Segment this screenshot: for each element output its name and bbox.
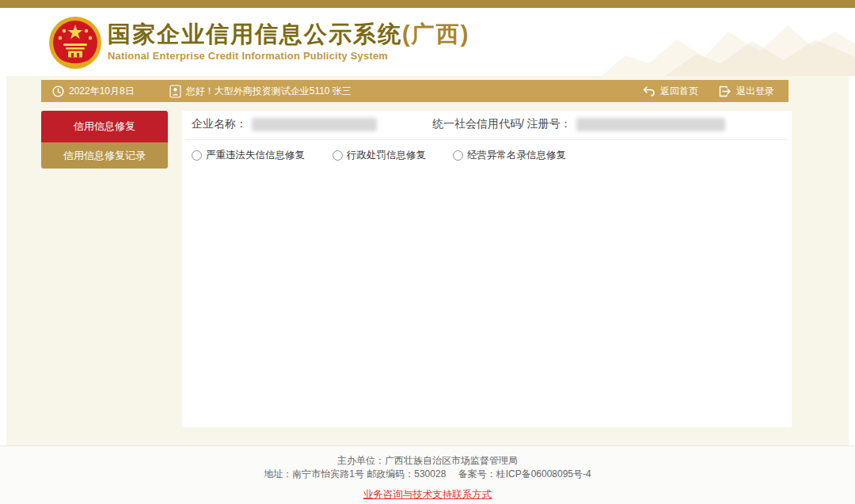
- page-title: 国家企业信用信息公示系统(广西): [108, 21, 469, 47]
- footer-organizer: 主办单位：广西壮族自治区市场监督管理局: [0, 454, 855, 468]
- panel-divider: [185, 139, 788, 140]
- date-display: 2022年10月8日: [52, 85, 135, 98]
- date-text: 2022年10月8日: [69, 85, 135, 98]
- logout-icon: [719, 85, 732, 97]
- title-region: (广西): [402, 21, 469, 47]
- company-info-row: 企业名称： 统一社会信用代码/ 注册号：: [182, 111, 792, 138]
- radio-circle-icon[interactable]: [192, 150, 202, 161]
- radio-label: 严重违法失信信息修复: [206, 149, 305, 162]
- mountain-watermark-art: [602, 8, 855, 76]
- radio-label: 行政处罚信息修复: [347, 149, 426, 162]
- sidebar-item-credit-repair[interactable]: 信用信息修复: [41, 111, 168, 142]
- title-block: 国家企业信用信息公示系统(广西) National Enterprise Cre…: [108, 21, 469, 62]
- page: 国家企业信用信息公示系统(广西) National Enterprise Cre…: [0, 0, 855, 504]
- page-subtitle: National Enterprise Credit Information P…: [108, 50, 469, 62]
- national-emblem-logo: [48, 14, 103, 71]
- title-main: 国家企业信用信息公示系统: [108, 21, 402, 47]
- return-home-label: 返回首页: [660, 85, 698, 98]
- site-header: 国家企业信用信息公示系统(广西) National Enterprise Cre…: [0, 8, 855, 76]
- user-greeting: 您好！大型外商投资测试企业5110 张三: [169, 85, 352, 98]
- clock-icon: [52, 85, 64, 97]
- sidebar-item-credit-repair-records[interactable]: 信用信息修复记录: [41, 142, 168, 169]
- logout-label: 退出登录: [736, 85, 774, 98]
- main-panel: 企业名称： 统一社会信用代码/ 注册号： 严重违法失信信息修复 行政处罚信息修复…: [182, 111, 792, 427]
- credit-code-value-redacted: [576, 118, 725, 131]
- navbar-left: 2022年10月8日 您好！大型外商投资测试企业5110 张三: [41, 85, 352, 98]
- radio-circle-icon[interactable]: [332, 150, 343, 161]
- radio-admin-penalty-repair[interactable]: 行政处罚信息修复: [332, 149, 453, 162]
- repair-type-options: 严重违法失信信息修复 行政处罚信息修复 经营异常名录信息修复: [192, 146, 785, 165]
- return-home-button[interactable]: 返回首页: [642, 85, 698, 98]
- logout-button[interactable]: 退出登录: [719, 85, 774, 98]
- credit-code-label: 统一社会信用代码/ 注册号：: [432, 117, 572, 131]
- greeting-text: 您好！大型外商投资测试企业5110 张三: [186, 85, 352, 98]
- radio-label: 经营异常名录信息修复: [467, 149, 566, 162]
- radio-serious-violation-repair[interactable]: 严重违法失信信息修复: [192, 149, 332, 162]
- company-name-value-redacted: [252, 118, 377, 131]
- back-arrow-icon: [642, 85, 656, 97]
- footer-address: 地址：南宁市怡宾路1号 邮政编码：530028 备案号：桂ICP备0600809…: [0, 468, 855, 481]
- sidebar: 信用信息修复 信用信息修复记录: [41, 111, 168, 169]
- top-gold-strip: [0, 0, 855, 8]
- user-icon: [169, 85, 181, 98]
- support-contact-link[interactable]: 业务咨询与技术支持联系方式: [363, 488, 492, 502]
- navbar: 2022年10月8日 您好！大型外商投资测试企业5110 张三 返回首页: [41, 80, 788, 102]
- navbar-right: 返回首页 退出登录: [642, 85, 788, 98]
- company-name-label: 企业名称：: [192, 117, 247, 131]
- footer: 主办单位：广西壮族自治区市场监督管理局 地址：南宁市怡宾路1号 邮政编码：530…: [0, 445, 855, 504]
- radio-circle-icon[interactable]: [453, 150, 463, 161]
- radio-abnormal-list-repair[interactable]: 经营异常名录信息修复: [453, 149, 566, 162]
